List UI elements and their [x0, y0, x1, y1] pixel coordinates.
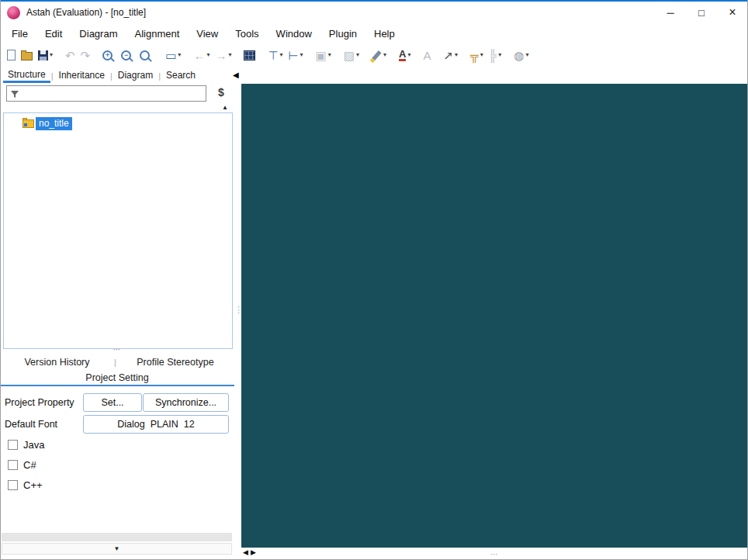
window-title: Astah (Evaluation) - [no_title] [26, 7, 146, 18]
tab-profile-stereotype[interactable]: Profile Stereotype [116, 357, 234, 368]
align-left-button[interactable]: ⊢▾ [286, 46, 306, 64]
menu-help[interactable]: Help [365, 26, 403, 42]
checkbox-row-csharp[interactable]: C# [8, 459, 36, 471]
menu-edit[interactable]: Edit [36, 26, 71, 42]
fill-color-button[interactable]: ▨▾ [341, 46, 362, 64]
font-color-icon: A [399, 49, 406, 62]
font-icon: A [423, 50, 431, 61]
zoom-reset-icon [140, 50, 150, 60]
title-bar: Astah (Evaluation) - [no_title] ─ □ × [0, 0, 748, 23]
filter-input[interactable] [23, 88, 206, 100]
align-top-button[interactable]: ⊤▾ [265, 46, 285, 64]
undo-icon: ↶ [65, 50, 75, 61]
tab-search[interactable]: Search [161, 68, 200, 83]
chevron-down-icon[interactable]: ▾ [407, 52, 410, 58]
globe-button[interactable]: ◍▾ [511, 46, 531, 64]
zoom-in-sign: + [106, 52, 109, 59]
chevron-down-icon[interactable]: ▾ [525, 52, 528, 58]
redo-button[interactable]: ↷ [78, 46, 93, 64]
chevron-down-icon[interactable]: ▾ [328, 52, 331, 58]
menu-plugin[interactable]: Plugin [320, 26, 365, 42]
line-style-icon: ↗ [443, 50, 453, 61]
checkbox-row-java[interactable]: Java [8, 439, 44, 451]
back-button[interactable]: ←▾ [191, 46, 212, 64]
tab-structure[interactable]: Structure [3, 67, 50, 83]
chevron-down-icon[interactable]: ▾ [480, 52, 483, 58]
chevron-down-icon[interactable]: ▾ [300, 52, 303, 58]
scrollbar-thumb[interactable] [2, 534, 231, 541]
tree-layout-horizontal-icon: ╠ [489, 50, 497, 61]
chevron-down-icon[interactable]: ▾ [279, 52, 282, 58]
line-style-button[interactable]: ↗▾ [441, 46, 460, 64]
java-checkbox[interactable] [8, 440, 18, 450]
chevron-down-icon[interactable]: ▾ [206, 52, 210, 58]
checkbox-row-cpp[interactable]: C++ [8, 479, 43, 491]
project-property-label: Project Property [5, 397, 74, 408]
minimize-button[interactable]: ─ [655, 2, 686, 23]
chevron-down-icon[interactable]: ▾ [383, 52, 386, 58]
chevron-down-icon[interactable]: ▾ [50, 52, 53, 58]
tab-diagram[interactable]: Diagram [113, 68, 158, 83]
synchronize-button[interactable]: Synchronize... [143, 393, 229, 412]
chevron-down-icon[interactable]: ▾ [228, 52, 231, 58]
view-frame-button[interactable]: ▭▾ [163, 46, 183, 64]
tree-layout-vertical-button[interactable]: ╦▾ [468, 46, 486, 64]
save-button[interactable]: ▾ [36, 46, 55, 64]
close-button[interactable]: × [717, 2, 748, 23]
panel-horizontal-scrollbar[interactable] [2, 533, 232, 541]
map-overview-icon [244, 50, 255, 60]
menu-view[interactable]: View [188, 26, 227, 42]
view-frame-icon: ▭ [165, 50, 176, 61]
menu-diagram[interactable]: Diagram [71, 26, 126, 42]
zoom-reset-button[interactable] [137, 46, 155, 64]
undo-button[interactable]: ↶ [63, 46, 78, 64]
chevron-down-icon[interactable]: ▾ [178, 52, 181, 58]
tab-inheritance[interactable]: Inheritance [54, 68, 109, 83]
open-project-button[interactable] [19, 46, 35, 64]
tree-item-no-title[interactable]: no_title [36, 117, 72, 130]
new-file-button[interactable] [5, 46, 18, 64]
tree-layout-vertical-icon: ╦ [470, 50, 479, 61]
bottom-splitter-handle[interactable]: ⋯ [241, 551, 748, 558]
tree-row[interactable]: no_title [23, 117, 232, 130]
tab-project-setting[interactable]: Project Setting [0, 370, 234, 386]
filter-collapse-up-icon[interactable]: ▲ [222, 105, 228, 111]
zoom-in-button[interactable]: + [100, 46, 118, 64]
tab-version-history[interactable]: Version History [0, 357, 114, 368]
diagram-canvas[interactable] [241, 84, 748, 548]
structure-tree[interactable]: no_title [3, 112, 233, 349]
align-top-icon: ⊤ [268, 50, 278, 61]
chevron-down-icon[interactable]: ▾ [498, 52, 501, 58]
set-button[interactable]: Set... [83, 393, 142, 412]
menu-tools[interactable]: Tools [227, 26, 267, 42]
new-file-icon [7, 50, 16, 60]
zoom-out-button[interactable]: − [119, 46, 137, 64]
panel-collapse-left-icon[interactable]: ◀ [233, 71, 239, 79]
collapse-down-icon: ▼ [114, 546, 120, 552]
align-left-icon: ⊢ [289, 50, 299, 61]
tree-layout-horizontal-button[interactable]: ╠▾ [487, 46, 504, 64]
map-overview-button[interactable] [241, 46, 258, 64]
chevron-down-icon[interactable]: ▾ [455, 52, 458, 58]
menu-alignment[interactable]: Alignment [126, 26, 188, 42]
default-font-button[interactable]: Dialog PLAIN 12 [83, 415, 229, 434]
layer-order-button[interactable]: ▣▾ [313, 46, 334, 64]
highlighter-button[interactable]: ▾ [369, 46, 389, 64]
astah-logo-icon [7, 6, 20, 19]
redo-icon: ↷ [81, 50, 91, 61]
csharp-checkbox[interactable] [8, 460, 18, 470]
filter-refresh-icon[interactable]: $ [218, 86, 224, 99]
back-icon: ← [193, 50, 205, 61]
tree-splitter-handle[interactable]: ⋯ [0, 346, 234, 354]
menu-window[interactable]: Window [268, 26, 320, 42]
font-button[interactable]: A [421, 46, 433, 64]
panel-collapse-button[interactable]: ▼ [2, 543, 232, 555]
cpp-checkbox[interactable] [8, 480, 18, 490]
maximize-button[interactable]: □ [686, 2, 717, 23]
menu-file[interactable]: File [3, 26, 36, 42]
tree-filter-field[interactable] [6, 85, 206, 102]
cpp-checkbox-label: C++ [23, 479, 43, 491]
forward-button[interactable]: →▾ [213, 46, 234, 64]
chevron-down-icon[interactable]: ▾ [356, 52, 359, 58]
font-color-button[interactable]: A▾ [397, 46, 413, 64]
